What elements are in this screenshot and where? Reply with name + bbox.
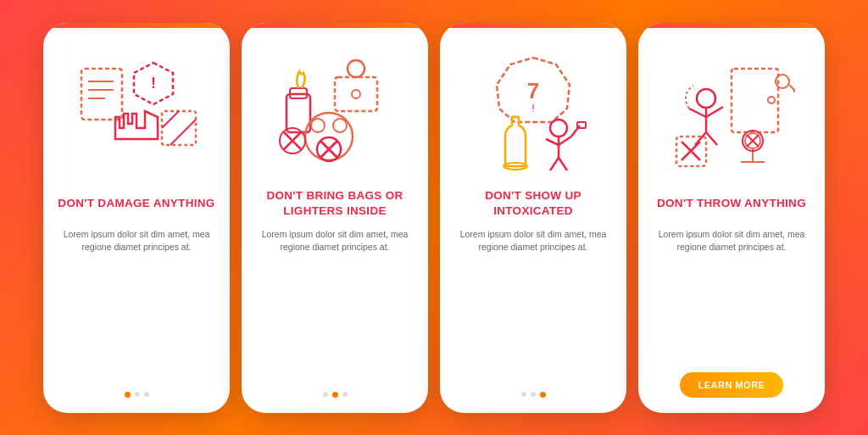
illustration-damage: ! bbox=[69, 43, 204, 179]
learn-more-button[interactable]: LEARN MORE bbox=[680, 372, 784, 398]
svg-text:!: ! bbox=[151, 75, 156, 92]
svg-point-16 bbox=[333, 119, 347, 132]
dot bbox=[531, 392, 536, 397]
card-3-title: DON'T SHOW UP INTOXICATED bbox=[453, 187, 613, 220]
svg-line-44 bbox=[689, 109, 706, 117]
card-2-title: DON'T BRING BAGS OR LIGHTERS INSIDE bbox=[255, 187, 415, 220]
svg-line-39 bbox=[789, 85, 795, 95]
illustration-throw bbox=[664, 43, 799, 179]
card-1-title: DON'T DAMAGE ANYTHING bbox=[58, 187, 214, 220]
svg-line-32 bbox=[571, 125, 580, 137]
cards-container: ! DON'T DAMAGE ANYTHING Lorem ipsum dolo… bbox=[0, 0, 868, 435]
svg-line-8 bbox=[170, 120, 196, 145]
dot-active bbox=[540, 392, 546, 398]
card-3-body: Lorem ipsum dolor sit dim amet, mea regi… bbox=[453, 228, 613, 383]
svg-point-13 bbox=[352, 90, 360, 98]
svg-point-12 bbox=[348, 60, 364, 77]
dot-active bbox=[332, 392, 338, 398]
card-2-body: Lorem ipsum dolor sit dim amet, mea regi… bbox=[255, 228, 415, 383]
card-damage: ! DON'T DAMAGE ANYTHING Lorem ipsum dolo… bbox=[43, 23, 230, 413]
svg-point-28 bbox=[550, 120, 567, 137]
svg-point-37 bbox=[768, 97, 775, 103]
dot bbox=[135, 392, 140, 397]
card-3-dots bbox=[521, 392, 546, 398]
dot bbox=[144, 392, 149, 397]
svg-rect-36 bbox=[732, 69, 778, 132]
card-1-dots bbox=[125, 392, 149, 398]
svg-text:!: ! bbox=[531, 102, 535, 114]
card-2-dots bbox=[323, 392, 348, 398]
svg-line-7 bbox=[162, 111, 179, 128]
card-intoxicated: 7 ! DON'T SHOW UP INTOXICATED Lorem ipsu… bbox=[440, 23, 626, 413]
svg-text:7: 7 bbox=[527, 78, 539, 103]
dot bbox=[323, 392, 328, 397]
svg-point-15 bbox=[311, 119, 325, 132]
card-bags: DON'T BRING BAGS OR LIGHTERS INSIDE Lore… bbox=[242, 23, 428, 413]
svg-line-30 bbox=[546, 139, 559, 145]
svg-line-34 bbox=[550, 158, 559, 170]
card-4-body: Lorem ipsum dolor sit dim amet, mea regi… bbox=[652, 228, 811, 364]
dot bbox=[342, 392, 348, 397]
card-4-title: DON'T THROW ANYTHING bbox=[657, 187, 806, 220]
dot-active bbox=[125, 392, 131, 398]
svg-line-35 bbox=[559, 158, 567, 170]
svg-line-46 bbox=[695, 132, 706, 145]
svg-point-42 bbox=[697, 89, 715, 108]
svg-rect-6 bbox=[162, 111, 196, 145]
svg-line-31 bbox=[559, 137, 571, 145]
illustration-intoxicated: 7 ! bbox=[465, 43, 601, 179]
card-throw: DON'T THROW ANYTHING Lorem ipsum dolor s… bbox=[638, 23, 825, 413]
svg-rect-0 bbox=[81, 69, 122, 120]
dot bbox=[521, 392, 526, 397]
svg-line-47 bbox=[706, 132, 717, 145]
card-1-body: Lorem ipsum dolor sit dim amet, mea regi… bbox=[57, 228, 216, 383]
illustration-bags bbox=[267, 43, 403, 179]
svg-rect-11 bbox=[335, 77, 377, 111]
